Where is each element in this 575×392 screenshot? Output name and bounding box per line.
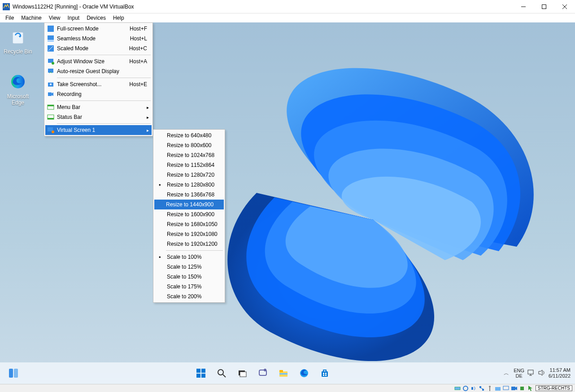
maximize-button[interactable] (534, 0, 554, 13)
submenu-item[interactable]: Resize to 1680x1050 (154, 219, 224, 229)
submenu-item-label: Scale to 200% (166, 293, 219, 300)
sb-network-icon[interactable] (478, 385, 485, 392)
submenu-item-label: Scale to 150% (166, 274, 219, 280)
menu-item[interactable]: Scaled ModeHost+C (45, 44, 152, 53)
menu-separator (57, 78, 151, 78)
sb-recording-icon[interactable] (510, 385, 518, 392)
recording-icon (45, 91, 56, 98)
desktop-icon-edge[interactable]: Microsoft Edge (1, 71, 35, 106)
menu-item[interactable]: Menu Bar▸ (45, 102, 152, 112)
menu-item[interactable]: Full-screen ModeHost+F (45, 24, 152, 34)
sb-display-icon[interactable] (502, 385, 510, 392)
svg-rect-60 (495, 387, 501, 391)
statusbar-icon (45, 113, 56, 121)
tray-overflow-button[interactable]: ︿ (502, 370, 511, 377)
widgets-button[interactable] (4, 366, 23, 380)
close-button[interactable] (554, 0, 575, 13)
sb-cpu-icon[interactable] (518, 385, 526, 392)
network-icon[interactable] (527, 369, 535, 378)
start-button[interactable] (192, 364, 210, 382)
svg-rect-34 (48, 26, 54, 32)
fullscreen-icon (45, 25, 56, 32)
submenu-item[interactable]: Resize to 800x600 (154, 140, 224, 150)
menu-item-label: Scaled Mode (56, 45, 125, 52)
volume-icon[interactable] (538, 369, 546, 378)
submenu-item-label: Resize to 1920x1080 (166, 231, 219, 237)
clock[interactable]: 11:57 AM 6/11/2022 (549, 367, 571, 379)
store-button[interactable] (316, 364, 334, 382)
submenu-item-label: Resize to 1152x864 (166, 162, 219, 168)
svg-line-57 (480, 388, 483, 389)
menu-item[interactable]: Status Bar▸ (45, 112, 152, 122)
svg-point-53 (463, 386, 468, 391)
submenu-arrow-icon: ▸ (147, 105, 149, 110)
minimize-button[interactable] (513, 0, 534, 13)
svg-rect-12 (196, 374, 200, 378)
svg-rect-55 (479, 386, 481, 388)
svg-point-58 (489, 386, 491, 388)
svg-rect-56 (482, 389, 484, 391)
language-indicator[interactable]: ENG DE (514, 368, 524, 379)
svg-rect-8 (9, 369, 13, 378)
menu-item[interactable]: Virtual Screen 1▸ (45, 125, 152, 135)
submenu-item-label: Scale to 175% (166, 283, 219, 290)
sb-mouse-icon[interactable] (527, 385, 534, 392)
submenu-item[interactable]: Scale to 200% (154, 292, 224, 301)
sb-usb-icon[interactable] (486, 385, 493, 392)
submenu-item[interactable]: Resize to 1600x900 (154, 209, 224, 219)
submenu-item[interactable]: Resize to 1024x768 (154, 150, 224, 160)
submenu-arrow-icon: ▸ (147, 128, 149, 133)
sb-hdd-icon[interactable] (454, 385, 461, 392)
svg-point-19 (264, 369, 266, 371)
menu-view[interactable]: View (45, 14, 64, 22)
sb-shared-folders-icon[interactable] (494, 385, 501, 392)
menu-input[interactable]: Input (64, 14, 83, 22)
submenu-item[interactable]: Resize to 1440x900 (154, 200, 224, 209)
svg-rect-17 (240, 372, 246, 377)
submenu-item[interactable]: Scale to 125% (154, 262, 224, 272)
submenu-item[interactable]: Resize to 640x480 (154, 131, 224, 140)
menu-separator (57, 100, 151, 101)
menubar-icon (45, 104, 56, 111)
submenu-item[interactable]: Scale to 175% (154, 282, 224, 292)
svg-rect-30 (528, 370, 533, 374)
submenu-item[interactable]: Resize to 1152x864 (154, 160, 224, 170)
submenu-item[interactable]: Resize to 1280x800 (154, 180, 224, 190)
submenu-item[interactable]: Scale to 150% (154, 272, 224, 282)
edge-taskbar-button[interactable] (295, 364, 313, 382)
chat-button[interactable] (254, 364, 272, 382)
submenu-item[interactable]: Scale to 100% (154, 252, 224, 262)
desktop-icon-recycle-bin[interactable]: Recycle Bin (1, 26, 35, 55)
menu-devices[interactable]: Devices (83, 14, 109, 22)
menu-help[interactable]: Help (109, 14, 128, 22)
submenu-item-label: Scale to 100% (166, 254, 219, 260)
search-button[interactable] (213, 364, 231, 382)
submenu-item[interactable]: Resize to 1920x1200 (154, 239, 224, 249)
submenu-item[interactable]: Resize to 1366x768 (154, 190, 224, 200)
svg-rect-26 (323, 373, 324, 374)
menu-item[interactable]: Adjust Window SizeHost+A (45, 57, 152, 66)
menu-item[interactable]: Take Screenshot...Host+E (45, 79, 152, 89)
hostkey-indicator[interactable]: STRG-RECHTS (536, 385, 572, 391)
sb-optical-icon[interactable] (462, 385, 469, 392)
menu-separator (57, 123, 151, 124)
menu-file[interactable]: File (2, 14, 17, 22)
svg-line-15 (223, 375, 226, 377)
sb-audio-icon[interactable] (470, 385, 477, 392)
svg-marker-45 (52, 92, 53, 96)
task-view-button[interactable] (233, 364, 251, 382)
submenu-item[interactable]: Resize to 1280x720 (154, 170, 224, 180)
menu-separator (166, 250, 223, 251)
menu-item[interactable]: Auto-resize Guest Display (45, 66, 152, 76)
menubar: File Machine View Input Devices Help (0, 13, 575, 22)
menu-machine[interactable]: Machine (17, 14, 45, 22)
svg-point-43 (50, 83, 52, 85)
adjust-icon (45, 58, 56, 65)
menu-item-label: Take Screenshot... (56, 81, 125, 87)
screenshot-icon (45, 81, 56, 88)
menu-item[interactable]: Recording (45, 89, 152, 99)
menu-item[interactable]: Seamless ModeHost+L (45, 34, 152, 44)
svg-rect-25 (323, 370, 326, 372)
file-explorer-button[interactable] (274, 364, 292, 382)
submenu-item[interactable]: Resize to 1920x1080 (154, 229, 224, 239)
